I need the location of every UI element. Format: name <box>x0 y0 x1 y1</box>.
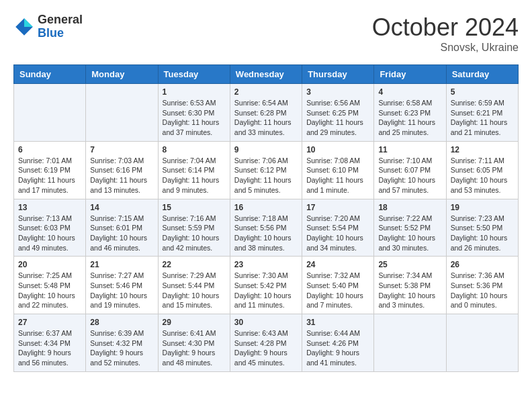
calendar-cell: 5Sunrise: 6:59 AMSunset: 6:21 PMDaylight… <box>446 84 518 142</box>
day-number: 12 <box>451 145 514 154</box>
cell-content: Sunrise: 7:11 AMSunset: 6:05 PMDaylight:… <box>451 156 514 195</box>
calendar-cell: 19Sunrise: 7:23 AMSunset: 5:50 PMDayligh… <box>446 199 518 257</box>
calendar-cell: 26Sunrise: 7:36 AMSunset: 5:36 PMDayligh… <box>446 257 518 314</box>
cell-content: Sunrise: 7:13 AMSunset: 6:03 PMDaylight:… <box>18 214 81 253</box>
day-number: 11 <box>378 145 441 154</box>
cell-content: Sunrise: 7:16 AMSunset: 5:59 PMDaylight:… <box>163 214 226 253</box>
cell-content: Sunrise: 7:25 AMSunset: 5:48 PMDaylight:… <box>18 271 81 310</box>
day-number: 6 <box>18 145 81 154</box>
calendar-cell: 6Sunrise: 7:01 AMSunset: 6:19 PMDaylight… <box>14 141 86 199</box>
cell-content: Sunrise: 7:22 AMSunset: 5:52 PMDaylight:… <box>378 214 441 253</box>
day-header-monday: Monday <box>86 65 158 84</box>
cell-content: Sunrise: 6:39 AMSunset: 4:32 PMDaylight:… <box>90 328 153 368</box>
calendar-cell: 11Sunrise: 7:10 AMSunset: 6:07 PMDayligh… <box>374 141 446 199</box>
day-number: 3 <box>306 87 369 97</box>
calendar-cell <box>86 84 158 142</box>
cell-content: Sunrise: 7:08 AMSunset: 6:10 PMDaylight:… <box>306 156 369 195</box>
calendar-week-row: 27Sunrise: 6:37 AMSunset: 4:34 PMDayligh… <box>14 314 519 372</box>
title-block: October 2024 Snovsk, Ukraine <box>372 13 519 54</box>
day-number: 25 <box>378 260 441 269</box>
calendar-cell: 28Sunrise: 6:39 AMSunset: 4:32 PMDayligh… <box>86 314 158 372</box>
day-number: 4 <box>378 87 441 97</box>
cell-content: Sunrise: 6:37 AMSunset: 4:34 PMDaylight:… <box>18 328 81 368</box>
calendar-cell: 16Sunrise: 7:18 AMSunset: 5:56 PMDayligh… <box>230 199 302 257</box>
calendar-cell: 25Sunrise: 7:34 AMSunset: 5:38 PMDayligh… <box>374 257 446 314</box>
day-number: 24 <box>306 260 369 269</box>
calendar-cell: 13Sunrise: 7:13 AMSunset: 6:03 PMDayligh… <box>14 199 86 257</box>
day-header-tuesday: Tuesday <box>158 65 230 84</box>
calendar-cell: 12Sunrise: 7:11 AMSunset: 6:05 PMDayligh… <box>446 141 518 199</box>
day-number: 21 <box>90 260 153 269</box>
cell-content: Sunrise: 7:32 AMSunset: 5:40 PMDaylight:… <box>306 271 369 310</box>
cell-content: Sunrise: 6:44 AMSunset: 4:26 PMDaylight:… <box>306 328 369 368</box>
calendar-cell <box>14 84 86 142</box>
calendar-cell: 31Sunrise: 6:44 AMSunset: 4:26 PMDayligh… <box>302 314 374 372</box>
calendar-cell: 27Sunrise: 6:37 AMSunset: 4:34 PMDayligh… <box>14 314 86 372</box>
logo-general-text: General <box>38 13 83 27</box>
calendar-cell: 24Sunrise: 7:32 AMSunset: 5:40 PMDayligh… <box>302 257 374 314</box>
day-number: 10 <box>306 145 369 154</box>
calendar-header-row: SundayMondayTuesdayWednesdayThursdayFrid… <box>14 65 519 84</box>
day-header-wednesday: Wednesday <box>230 65 302 84</box>
cell-content: Sunrise: 6:43 AMSunset: 4:28 PMDaylight:… <box>234 328 298 368</box>
day-number: 31 <box>306 318 369 327</box>
calendar-cell: 1Sunrise: 6:53 AMSunset: 6:30 PMDaylight… <box>158 84 230 142</box>
day-header-thursday: Thursday <box>302 65 374 84</box>
day-number: 19 <box>451 203 514 212</box>
calendar-cell: 8Sunrise: 7:04 AMSunset: 6:14 PMDaylight… <box>158 141 230 199</box>
day-number: 17 <box>306 203 369 212</box>
month-title: October 2024 <box>372 13 519 42</box>
day-number: 30 <box>234 318 298 327</box>
calendar-week-row: 6Sunrise: 7:01 AMSunset: 6:19 PMDaylight… <box>14 141 519 199</box>
calendar-cell: 18Sunrise: 7:22 AMSunset: 5:52 PMDayligh… <box>374 199 446 257</box>
cell-content: Sunrise: 6:56 AMSunset: 6:25 PMDaylight:… <box>306 98 369 138</box>
cell-content: Sunrise: 6:53 AMSunset: 6:30 PMDaylight:… <box>163 98 226 138</box>
cell-content: Sunrise: 7:04 AMSunset: 6:14 PMDaylight:… <box>163 156 226 195</box>
day-number: 20 <box>18 260 81 269</box>
calendar-cell: 22Sunrise: 7:29 AMSunset: 5:44 PMDayligh… <box>158 257 230 314</box>
day-number: 29 <box>163 318 226 327</box>
page-header: General Blue October 2024 Snovsk, Ukrain… <box>13 13 519 54</box>
calendar-cell: 23Sunrise: 7:30 AMSunset: 5:42 PMDayligh… <box>230 257 302 314</box>
day-number: 16 <box>234 203 298 212</box>
cell-content: Sunrise: 6:58 AMSunset: 6:23 PMDaylight:… <box>378 98 441 138</box>
cell-content: Sunrise: 7:18 AMSunset: 5:56 PMDaylight:… <box>234 214 298 253</box>
cell-content: Sunrise: 6:41 AMSunset: 4:30 PMDaylight:… <box>163 328 226 368</box>
cell-content: Sunrise: 7:29 AMSunset: 5:44 PMDaylight:… <box>163 271 226 310</box>
day-number: 1 <box>163 87 226 97</box>
cell-content: Sunrise: 6:54 AMSunset: 6:28 PMDaylight:… <box>234 98 298 138</box>
calendar-cell: 17Sunrise: 7:20 AMSunset: 5:54 PMDayligh… <box>302 199 374 257</box>
calendar-table: SundayMondayTuesdayWednesdayThursdayFrid… <box>13 64 519 372</box>
svg-marker-1 <box>24 18 33 27</box>
logo: General Blue <box>13 13 83 40</box>
calendar-week-row: 1Sunrise: 6:53 AMSunset: 6:30 PMDaylight… <box>14 84 519 142</box>
calendar-week-row: 13Sunrise: 7:13 AMSunset: 6:03 PMDayligh… <box>14 199 519 257</box>
calendar-cell: 20Sunrise: 7:25 AMSunset: 5:48 PMDayligh… <box>14 257 86 314</box>
calendar-cell: 30Sunrise: 6:43 AMSunset: 4:28 PMDayligh… <box>230 314 302 372</box>
cell-content: Sunrise: 7:03 AMSunset: 6:16 PMDaylight:… <box>90 156 153 195</box>
logo-blue-text: Blue <box>38 27 83 40</box>
location-subtitle: Snovsk, Ukraine <box>372 42 519 54</box>
day-number: 15 <box>163 203 226 212</box>
day-number: 27 <box>18 318 81 327</box>
day-number: 9 <box>234 145 298 154</box>
calendar-cell: 9Sunrise: 7:06 AMSunset: 6:12 PMDaylight… <box>230 141 302 199</box>
day-number: 18 <box>378 203 441 212</box>
day-number: 28 <box>90 318 153 327</box>
calendar-cell: 7Sunrise: 7:03 AMSunset: 6:16 PMDaylight… <box>86 141 158 199</box>
day-number: 13 <box>18 203 81 212</box>
day-number: 5 <box>451 87 514 97</box>
day-number: 26 <box>451 260 514 269</box>
logo-icon <box>13 16 35 38</box>
cell-content: Sunrise: 7:23 AMSunset: 5:50 PMDaylight:… <box>451 214 514 253</box>
cell-content: Sunrise: 7:27 AMSunset: 5:46 PMDaylight:… <box>90 271 153 310</box>
day-number: 7 <box>90 145 153 154</box>
calendar-cell <box>374 314 446 372</box>
calendar-cell: 21Sunrise: 7:27 AMSunset: 5:46 PMDayligh… <box>86 257 158 314</box>
day-number: 8 <box>163 145 226 154</box>
day-number: 2 <box>234 87 298 97</box>
cell-content: Sunrise: 7:20 AMSunset: 5:54 PMDaylight:… <box>306 214 369 253</box>
calendar-cell: 15Sunrise: 7:16 AMSunset: 5:59 PMDayligh… <box>158 199 230 257</box>
day-number: 14 <box>90 203 153 212</box>
cell-content: Sunrise: 7:01 AMSunset: 6:19 PMDaylight:… <box>18 156 81 195</box>
